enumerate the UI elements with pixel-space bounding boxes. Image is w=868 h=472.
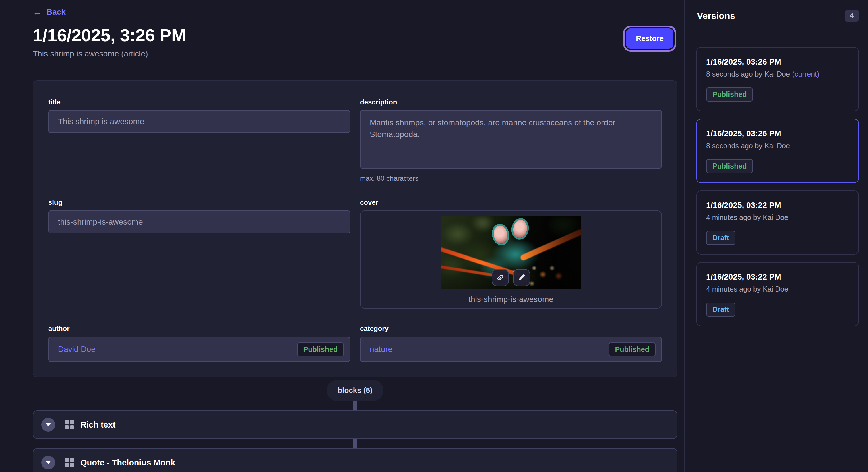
page-title: 1/16/2025, 3:26 PM — [33, 25, 186, 45]
main-content: ← Back 1/16/2025, 3:26 PM This shrimp is… — [0, 0, 684, 472]
blocks-pill: blocks (5) — [327, 380, 383, 401]
back-label: Back — [46, 7, 66, 16]
category-relation-box: nature Published — [360, 337, 662, 362]
restore-button[interactable]: Restore — [626, 28, 673, 49]
accordion-label: Quote - Thelonius Monk — [81, 458, 175, 467]
form-card: title description Mantis shrimps, or sto… — [33, 80, 677, 377]
blocks-accordion-list: Rich text Quote - Thelonius Monk — [33, 401, 677, 472]
back-arrow-icon: ← — [33, 7, 42, 16]
version-date: 1/16/2025, 03:26 PM — [706, 129, 849, 138]
description-textarea: Mantis shrimps, or stomatopods, are mari… — [360, 110, 662, 169]
cover-label: cover — [360, 198, 662, 206]
version-status-badge: Published — [706, 159, 753, 173]
cover-box: this-shrimp-is-awesome — [360, 210, 662, 308]
version-date: 1/16/2025, 03:22 PM — [706, 201, 849, 210]
grid-icon — [65, 458, 74, 467]
accordion-item[interactable]: Rich text — [33, 410, 677, 439]
version-meta: 4 minutes ago by Kai Doe — [706, 213, 849, 222]
slug-input — [48, 210, 350, 233]
field-title: title — [48, 98, 350, 182]
version-card[interactable]: 1/16/2025, 03:26 PM 8 seconds ago by Kai… — [696, 119, 859, 183]
version-card[interactable]: 1/16/2025, 03:22 PM 4 minutes ago by Kai… — [696, 191, 859, 255]
back-link[interactable]: ← Back — [33, 7, 66, 16]
page-subtitle: This shrimp is awesome (article) — [33, 49, 186, 59]
version-meta: 8 seconds ago by Kai Doe(current) — [706, 70, 849, 78]
accordion-item[interactable]: Quote - Thelonius Monk — [33, 448, 677, 472]
version-meta-text: 4 minutes ago by Kai Doe — [706, 213, 788, 222]
page-header: 1/16/2025, 3:26 PM This shrimp is awesom… — [33, 25, 677, 59]
version-meta-text: 4 minutes ago by Kai Doe — [706, 285, 788, 293]
cover-image-actions — [492, 269, 530, 286]
version-meta: 8 seconds ago by Kai Doe — [706, 142, 849, 150]
version-date: 1/16/2025, 03:26 PM — [706, 57, 849, 67]
field-slug: slug — [48, 198, 350, 308]
field-cover: cover — [360, 198, 662, 308]
versions-heading: Versions — [697, 11, 735, 21]
slug-label: slug — [48, 198, 350, 206]
category-label: category — [360, 325, 662, 333]
version-date: 1/16/2025, 03:22 PM — [706, 272, 849, 281]
version-card[interactable]: 1/16/2025, 03:22 PM 4 minutes ago by Kai… — [696, 262, 859, 326]
version-history-page: ← Back 1/16/2025, 3:26 PM This shrimp is… — [0, 0, 868, 472]
link-icon — [496, 273, 505, 282]
versions-count-badge: 4 — [845, 10, 859, 22]
field-author: author David Doe Published — [48, 325, 350, 362]
version-current-label: (current) — [792, 70, 819, 78]
description-label: description — [360, 98, 662, 106]
title-label: title — [48, 98, 350, 106]
description-hint: max. 80 characters — [360, 174, 662, 182]
category-status-badge: Published — [609, 342, 656, 357]
pencil-icon — [517, 273, 526, 282]
versions-panel: Versions 4 1/16/2025, 03:26 PM 8 seconds… — [684, 0, 868, 472]
field-description: description Mantis shrimps, or stomatopo… — [360, 98, 662, 182]
version-meta-text: 8 seconds ago by Kai Doe — [706, 142, 790, 150]
author-status-badge: Published — [297, 342, 344, 357]
version-meta: 4 minutes ago by Kai Doe — [706, 285, 849, 293]
chevron-down-icon — [45, 423, 51, 427]
version-card[interactable]: 1/16/2025, 03:26 PM 8 seconds ago by Kai… — [696, 47, 859, 111]
title-input — [48, 110, 350, 133]
blocks-zone: blocks (5) Rich text Quote - Thelonius M… — [33, 380, 677, 442]
grid-icon — [65, 420, 74, 429]
image-link-button[interactable] — [492, 269, 509, 286]
version-status-badge: Draft — [706, 231, 735, 245]
chevron-down-icon — [45, 461, 51, 464]
author-relation-box: David Doe Published — [48, 337, 350, 362]
page-header-text: 1/16/2025, 3:26 PM This shrimp is awesom… — [33, 25, 186, 59]
version-meta-text: 8 seconds ago by Kai Doe — [706, 70, 790, 78]
image-edit-button[interactable] — [513, 269, 530, 286]
cover-filename: this-shrimp-is-awesome — [468, 295, 553, 304]
accordion-toggle-button[interactable] — [41, 418, 55, 432]
version-status-badge: Draft — [706, 303, 735, 316]
versions-header: Versions 4 — [685, 0, 868, 32]
version-status-badge: Published — [706, 88, 753, 102]
versions-list: 1/16/2025, 03:26 PM 8 seconds ago by Kai… — [685, 32, 868, 334]
category-link[interactable]: nature — [370, 345, 392, 354]
field-category: category nature Published — [360, 325, 662, 362]
author-link[interactable]: David Doe — [58, 345, 96, 354]
author-label: author — [48, 325, 350, 333]
accordion-toggle-button[interactable] — [41, 456, 55, 469]
accordion-label: Rich text — [81, 420, 115, 430]
cover-image — [441, 216, 581, 289]
